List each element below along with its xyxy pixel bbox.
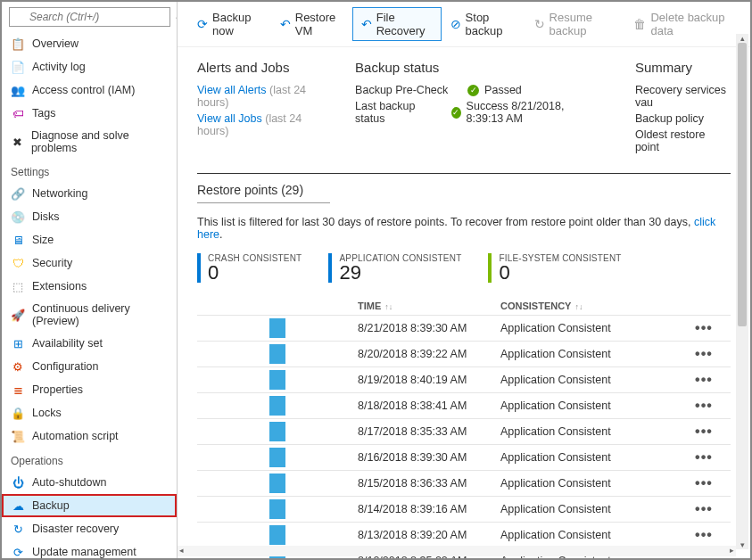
row-menu-button[interactable]: ••• [677, 372, 731, 388]
search-input[interactable] [9, 7, 170, 27]
sidebar-item-disks[interactable]: 💿Disks [2, 205, 177, 228]
backup-now-button[interactable]: ⟳Backup now [188, 7, 271, 41]
sidebar-item-networking[interactable]: 🔗Networking [2, 182, 177, 205]
restore-point-icon [269, 448, 285, 467]
scroll-left-icon[interactable]: ◂ [179, 546, 184, 555]
sidebar-item-label: Automation script [32, 430, 119, 442]
scroll-up-icon[interactable]: ▴ [736, 34, 748, 43]
delete-icon: 🗑 [633, 17, 646, 31]
row-menu-button[interactable]: ••• [677, 346, 731, 362]
summary-policy: Backup policy [635, 112, 731, 125]
sidebar-item-extensions[interactable]: ⬚Extensions [2, 275, 177, 298]
backup-icon: ⟳ [197, 17, 208, 31]
row-menu-button[interactable]: ••• [677, 475, 731, 491]
sidebar-item-access-control-iam-[interactable]: 👥Access control (IAM) [2, 78, 177, 102]
settings-header: Settings [2, 159, 177, 182]
restore-point-consistency: Application Consistent [500, 399, 677, 412]
col-time-header[interactable]: TIME↑↓ [358, 301, 500, 311]
sidebar: ⌕ « 📋Overview📄Activity log👥Access contro… [2, 2, 178, 558]
restore-point-consistency: Application Consistent [500, 374, 677, 386]
availability-set-icon: ⊞ [11, 336, 25, 350]
vertical-scrollbar[interactable]: ▴ ▾ [736, 34, 748, 549]
lastbackup-value: Success 8/21/2018, 8:39:13 AM [467, 100, 599, 125]
sidebar-item-label: Size [32, 234, 54, 246]
restore-point-consistency: Application Consistent [500, 451, 677, 464]
sidebar-item-continuous-delivery-preview-[interactable]: 🚀Continuous delivery (Preview) [2, 298, 177, 332]
update-management-icon: ⟳ [11, 545, 25, 558]
restore-icon: ↶ [280, 17, 291, 31]
sort-icon: ↑↓ [384, 302, 393, 311]
sidebar-item-label: Availability set [32, 337, 103, 350]
sidebar-item-security[interactable]: 🛡Security [2, 251, 177, 275]
restore-point-time: 8/13/2018 8:39:20 AM [358, 529, 500, 541]
sidebar-item-diagnose-and-solve-problems[interactable]: ✖Diagnose and solve problems [2, 125, 177, 159]
row-menu-button[interactable]: ••• [677, 527, 731, 543]
row-menu-button[interactable]: ••• [677, 449, 731, 465]
scrollbar-thumb[interactable] [738, 43, 747, 326]
access-control-iam--icon: 👥 [11, 83, 25, 97]
sidebar-item-size[interactable]: 🖥Size [2, 228, 177, 251]
sidebar-item-disaster-recovery[interactable]: ↻Disaster recovery [2, 517, 177, 540]
restore-point-row[interactable]: 8/19/2018 8:40:19 AMApplication Consiste… [197, 366, 731, 392]
restore-vm-button[interactable]: ↶Restore VM [271, 7, 352, 41]
restore-point-row[interactable]: 8/20/2018 8:39:22 AMApplication Consiste… [197, 341, 731, 366]
restore-point-time: 8/19/2018 8:40:19 AM [358, 374, 500, 386]
restore-point-row[interactable]: 8/15/2018 8:36:33 AMApplication Consiste… [197, 470, 731, 496]
backup-status-section: Backup status Backup Pre-Check✓Passed La… [355, 60, 599, 157]
restore-point-consistency: Application Consistent [500, 322, 677, 334]
check-icon: ✓ [451, 107, 461, 119]
restore-point-consistency: Application Consistent [500, 348, 677, 360]
sidebar-item-label: Overview [32, 37, 79, 50]
view-all-jobs-link[interactable]: View all Jobs [197, 112, 262, 125]
restore-point-icon [269, 422, 285, 441]
extensions-icon: ⬚ [11, 279, 25, 293]
sidebar-item-backup[interactable]: ☁Backup [2, 494, 177, 517]
sidebar-item-label: Disks [32, 210, 60, 223]
restore-point-consistency: Application Consistent [500, 529, 677, 541]
configuration-icon: ⚙ [11, 359, 25, 374]
restore-point-row[interactable]: 8/14/2018 8:39:16 AMApplication Consiste… [197, 496, 731, 522]
row-menu-button[interactable]: ••• [677, 398, 731, 414]
security-icon: 🛡 [11, 256, 25, 270]
horizontal-scrollbar[interactable]: ◂ ▸ [178, 546, 736, 556]
restore-point-consistency: Application Consistent [500, 477, 677, 490]
sidebar-item-auto-shutdown[interactable]: ⏻Auto-shutdown [2, 471, 177, 494]
restore-point-row[interactable]: 8/16/2018 8:39:30 AMApplication Consiste… [197, 444, 731, 470]
disks-icon: 💿 [11, 210, 25, 224]
lastbackup-label: Last backup status [355, 100, 446, 125]
sidebar-item-configuration[interactable]: ⚙Configuration [2, 355, 177, 378]
sidebar-item-automation-script[interactable]: 📜Automation script [2, 424, 177, 448]
row-menu-button[interactable]: ••• [677, 501, 731, 517]
sidebar-item-label: Locks [32, 407, 62, 419]
scroll-right-icon[interactable]: ▸ [730, 546, 734, 555]
row-menu-button[interactable]: ••• [677, 320, 731, 336]
stop-backup-button[interactable]: ⊘Stop backup [442, 7, 525, 41]
sidebar-item-update-management[interactable]: ⟳Update management [2, 540, 177, 558]
row-menu-button[interactable]: ••• [677, 424, 731, 440]
view-all-alerts-link[interactable]: View all Alerts [197, 84, 267, 96]
restore-point-row[interactable]: 8/18/2018 8:38:41 AMApplication Consiste… [197, 392, 731, 418]
sidebar-item-availability-set[interactable]: ⊞Availability set [2, 332, 177, 355]
sidebar-item-overview[interactable]: 📋Overview [2, 32, 177, 55]
activity-log-icon: 📄 [11, 60, 25, 74]
sidebar-item-label: Extensions [32, 280, 87, 292]
sidebar-item-activity-log[interactable]: 📄Activity log [2, 55, 177, 78]
file-recovery-button[interactable]: ↶File Recovery [352, 7, 442, 41]
col-consistency-header[interactable]: CONSISTENCY↑↓ [500, 301, 677, 311]
sidebar-item-label: Security [32, 257, 72, 269]
sidebar-item-locks[interactable]: 🔒Locks [2, 401, 177, 424]
toolbar: ⟳Backup now ↶Restore VM ↶File Recovery ⊘… [178, 2, 750, 47]
restore-point-row[interactable]: 8/21/2018 8:39:30 AMApplication Consiste… [197, 315, 731, 341]
restore-point-icon [269, 474, 285, 493]
sidebar-item-properties[interactable]: ≣Properties [2, 378, 177, 401]
continuous-delivery-preview--icon: 🚀 [11, 308, 25, 322]
alerts-jobs-section: Alerts and Jobs View all Alerts (last 24… [197, 60, 319, 157]
restore-point-time: 8/21/2018 8:39:30 AM [358, 322, 500, 334]
restore-point-row[interactable]: 8/13/2018 8:39:20 AMApplication Consiste… [197, 522, 731, 548]
sidebar-item-tags[interactable]: 🏷Tags [2, 102, 177, 125]
sidebar-item-label: Disaster recovery [32, 523, 119, 535]
scroll-down-icon[interactable]: ▾ [736, 540, 748, 549]
summary-title: Summary [635, 60, 731, 75]
restore-point-row[interactable]: 8/17/2018 8:35:33 AMApplication Consiste… [197, 418, 731, 444]
precheck-label: Backup Pre-Check [355, 84, 462, 96]
